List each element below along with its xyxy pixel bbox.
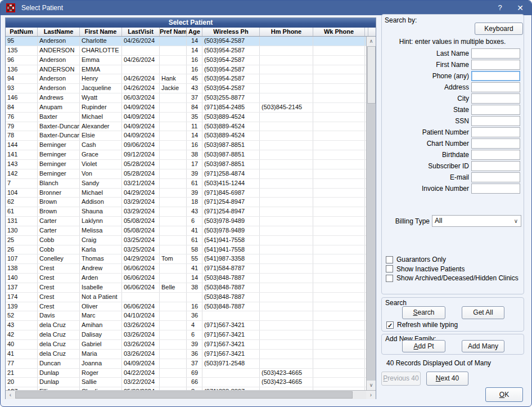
table-row[interactable]: 7BlanchSandy03/21/202461(503)415-12449	[6, 179, 367, 189]
table-row[interactable]: 174CrestNot a Patient(503)848-78871	[6, 293, 367, 302]
column-header-lastname[interactable]: LastName	[38, 28, 80, 36]
previous-40-button[interactable]: Previous 40	[381, 372, 421, 386]
column-header-lastvisit[interactable]: LastVisit	[122, 28, 160, 36]
table-row[interactable]: 76BaxterMichael04/09/202435(503)889-4524…	[6, 113, 367, 122]
help-icon[interactable]: ?	[491, 1, 509, 15]
horizontal-scrollbar[interactable]: ‹ ›	[6, 390, 376, 399]
table-row[interactable]: 140CrestArden06/06/202414(503)848-78871	[6, 274, 367, 283]
last-name-input[interactable]	[471, 48, 520, 59]
patient-number-input[interactable]	[471, 127, 520, 137]
ok-button[interactable]: OK	[485, 387, 523, 402]
table-cell: Crest	[38, 264, 80, 273]
table-row[interactable]: 130CarterMelissa05/08/202441(503)978-948…	[6, 226, 367, 236]
table-row[interactable]: 93AndersonJacqueline04/26/2024Jackie43(5…	[6, 84, 367, 93]
table-row[interactable]: 61BrownShauna03/29/202443(971)254-89474	[6, 207, 367, 217]
table-row[interactable]: 136ANDERSONEMMA16(503)954-25879	[6, 65, 367, 75]
table-cell: 41	[187, 264, 202, 273]
birthdate-input[interactable]	[471, 150, 520, 160]
table-row[interactable]: 135ANDERSONCHARLOTTE14(503)954-25879	[6, 46, 367, 56]
e-mail-input[interactable]	[471, 172, 520, 182]
table-row[interactable]: 138CrestAndrew06/06/202441(971)584-87871	[6, 264, 367, 274]
table-row[interactable]: 77DuncanJoanna04/09/202437(503)971-25482	[6, 359, 367, 369]
phone-any-input[interactable]	[471, 71, 520, 81]
table-row[interactable]: 139CrestOliver06/06/202416(503)848-78871	[6, 302, 367, 312]
table-row[interactable]: 146AndrewsWyatt06/03/202437(503)255-8877…	[6, 93, 367, 103]
search-button[interactable]: Search	[402, 306, 445, 319]
next-40-button[interactable]: Next 40	[426, 372, 468, 386]
add-pt-button[interactable]: Add Pt	[402, 340, 445, 352]
table-cell: 06/06/2024	[122, 264, 160, 273]
table-row[interactable]: 131CarterLaklynn05/08/20246(503)978-9489…	[6, 217, 367, 226]
table-row[interactable]: 79Baxter-DuncanAlexander04/09/202411(503…	[6, 122, 367, 132]
table-row[interactable]: 42dela CruzDalisay03/26/20246(971)567-34…	[6, 330, 367, 340]
column-header-wk-phone[interactable]: Wk Phone	[313, 28, 365, 36]
table-cell	[313, 283, 365, 292]
checkbox-check-icon[interactable]: ✓	[386, 321, 394, 329]
column-header-pref-name[interactable]: Pref Name	[160, 28, 187, 36]
subscriber-id-input[interactable]	[471, 161, 520, 171]
table-row[interactable]: 94AndersonHenry04/26/2024Hank45(503)954-…	[6, 74, 367, 84]
column-header-patnum[interactable]: PatNum	[6, 28, 38, 36]
vertical-scrollbar[interactable]: ∧ ∨	[366, 37, 376, 390]
table-cell: 05/28/2024	[122, 169, 160, 178]
horizontal-scroll-thumb[interactable]	[15, 391, 353, 399]
table-row[interactable]: 43dela CruzAmihan03/26/20244(971)567-342…	[6, 321, 367, 330]
first-name-input[interactable]	[471, 60, 520, 70]
refresh-while-typing-checkbox[interactable]: ✓ Refresh while typing	[386, 320, 458, 330]
table-row[interactable]: 78Baxter-DuncanElsie04/09/202414(503)889…	[6, 131, 367, 141]
checkbox-box[interactable]	[386, 265, 393, 272]
table-row[interactable]: 95AndersonCharlotte04/26/202414(503)954-…	[6, 37, 367, 46]
city-input[interactable]	[471, 93, 520, 104]
table-row[interactable]: 25CobbCraig03/25/202461(541)941-75581	[6, 236, 367, 245]
table-row[interactable]: 26CobbKarla03/25/202458(541)941-75581	[6, 245, 367, 255]
ssn-input[interactable]	[471, 116, 520, 126]
get-all-button[interactable]: Get All	[462, 306, 504, 319]
table-cell: 14	[187, 46, 202, 55]
table-row[interactable]: 104BronnerMichael04/29/202439(971)845-69…	[6, 189, 367, 198]
guarantors-only-checkbox[interactable]: Guarantors Only	[386, 255, 519, 265]
invoice-number-input[interactable]	[471, 184, 520, 194]
column-header-age[interactable]: Age	[187, 28, 202, 36]
table-row[interactable]: 107ConelleyThomas04/29/2024Tom55(541)987…	[6, 254, 367, 264]
scroll-right-icon[interactable]: ›	[366, 391, 376, 399]
add-many-button[interactable]: Add Many	[462, 340, 504, 352]
checkbox-box[interactable]	[386, 275, 393, 282]
refresh-while-typing-label: Refresh while typing	[397, 321, 458, 329]
table-row[interactable]: 137CrestIsabelle06/06/2024Belle38(503)84…	[6, 283, 367, 293]
table-cell: Davis	[38, 311, 80, 320]
invoice-number-label: Invoice Number	[381, 185, 471, 193]
table-row[interactable]: 141BerningerGrace09/12/202438(503)987-88…	[6, 150, 367, 160]
chart-number-input[interactable]	[471, 138, 520, 149]
scroll-up-icon[interactable]: ∧	[367, 37, 376, 46]
close-icon[interactable]: ✕	[511, 1, 529, 15]
column-header-hm-phone[interactable]: Hm Phone	[260, 28, 313, 36]
table-row[interactable]: 41dela CruzMaria03/26/202436(971)567-342…	[6, 350, 367, 359]
show-archived-deceased-hidden-clinics-checkbox[interactable]: Show Archived/Deceased/Hidden Clinics	[386, 274, 519, 283]
keyboard-button[interactable]: Keyboard	[475, 23, 523, 35]
scroll-left-icon[interactable]: ‹	[6, 391, 15, 399]
state-input[interactable]	[471, 105, 520, 115]
table-row[interactable]: 142BerningerVon05/28/202439(971)258-4874…	[6, 169, 367, 179]
table-row[interactable]: 62BrownAddison03/29/202418(971)254-89474	[6, 198, 367, 207]
table-row[interactable]: 40dela CruzGabriel03/26/202439(971)567-3…	[6, 340, 367, 350]
table-cell	[260, 198, 313, 207]
table-row[interactable]: 96AndersonEmma04/26/202416(503)954-25879	[6, 56, 367, 65]
table-row[interactable]: 144BerningerCash09/06/202416(503)987-885…	[6, 141, 367, 150]
column-header-wireless-ph[interactable]: Wireless Ph	[202, 28, 260, 36]
address-input[interactable]	[471, 82, 520, 92]
checkbox-box[interactable]	[386, 256, 393, 263]
vertical-scroll-thumb[interactable]	[367, 46, 376, 104]
billing-type-select[interactable]: All ∨	[432, 215, 521, 227]
column-header-first-name[interactable]: First Name	[80, 28, 122, 36]
table-row[interactable]: 21DunlapRoger04/22/202469(503)423-46658	[6, 369, 367, 378]
table-row[interactable]: 84AnupamRupinder04/09/202484(971)854-248…	[6, 103, 367, 113]
show-inactive-patients-checkbox[interactable]: Show Inactive Patients	[386, 265, 519, 274]
table-row[interactable]: 20DunlapSallie03/22/202466(503)423-46658	[6, 378, 367, 387]
titlebar[interactable]: Select Patient ? ✕	[1, 1, 531, 15]
scroll-down-icon[interactable]: ∨	[367, 381, 376, 390]
table-cell: dela Cruz	[38, 340, 80, 349]
search-field-row: Address	[381, 82, 524, 93]
table-row[interactable]: 52DavisMarc04/10/202436	[6, 311, 367, 321]
table-cell	[260, 179, 313, 188]
table-row[interactable]: 143BerningerViolet05/28/202417(503)987-8…	[6, 160, 367, 169]
